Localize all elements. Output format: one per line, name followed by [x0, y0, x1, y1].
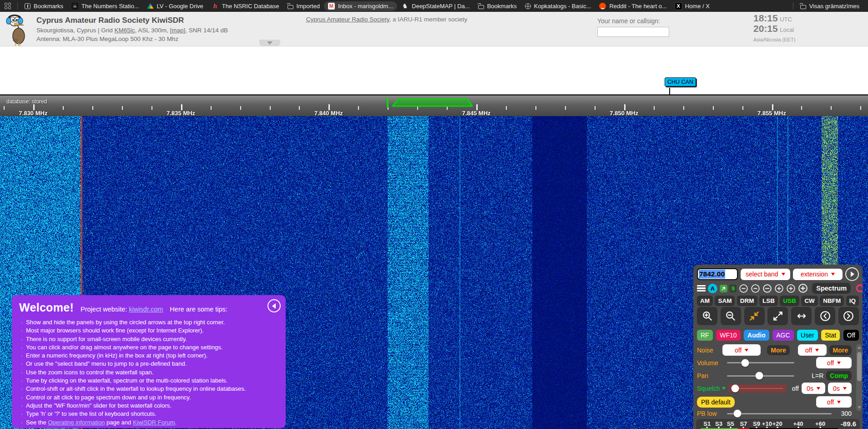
- s-meter-tick-label: S9: [753, 420, 760, 427]
- zoom-in-button[interactable]: [697, 307, 717, 325]
- squelch-slider-thumb[interactable]: [731, 384, 739, 392]
- all-bookmarks-button[interactable]: Visas grāmatzīmes: [796, 1, 863, 11]
- bookmark-item[interactable]: Imported: [283, 1, 324, 11]
- mode-button[interactable]: LSB: [759, 296, 778, 306]
- panel-tab[interactable]: WF10: [716, 330, 740, 341]
- tip-item: Control or alt click to page spectrum do…: [20, 393, 278, 402]
- squelch-slider[interactable]: [728, 384, 787, 393]
- tips-list: Show and hide the panels by using the ci…: [20, 318, 278, 419]
- tip-item: Most major browsers should work fine (ex…: [20, 327, 278, 335]
- pb-preset-dropdown[interactable]: off: [816, 396, 852, 408]
- bookmark-item[interactable]: Bookmarks: [474, 1, 521, 11]
- tuning-passband-indicator[interactable]: [382, 96, 478, 109]
- bookmark-label: Bookmarks: [487, 3, 517, 10]
- owner-credit-link[interactable]: Cyprus Amateur Radio Society: [306, 16, 389, 23]
- zoom-out-button[interactable]: [721, 307, 741, 325]
- page-up-button[interactable]: [838, 307, 859, 325]
- s-meter-tick-label: +10: [762, 420, 772, 427]
- page-down-button[interactable]: [815, 307, 835, 325]
- mode-button[interactable]: AM: [697, 296, 713, 306]
- zoom-in-half-button[interactable]: [786, 284, 796, 293]
- panel-tab[interactable]: Off: [843, 330, 859, 341]
- select-band-dropdown[interactable]: select band: [741, 269, 790, 280]
- noise-blanker-dropdown[interactable]: off: [722, 344, 761, 356]
- apps-grid-icon[interactable]: [5, 3, 11, 9]
- zoom-in-max-button[interactable]: [798, 283, 808, 293]
- bookmark-favicon: [71, 3, 78, 10]
- panel-scrollbar[interactable]: [856, 344, 862, 411]
- volume-slider-thumb[interactable]: [741, 359, 749, 367]
- kiwisdr-forum-link[interactable]: KiwiSDR Forum: [133, 419, 175, 426]
- mute-timer-dropdown[interactable]: off: [816, 357, 852, 368]
- bookmark-item[interactable]: Kopkatalogs - Basic...: [521, 1, 595, 11]
- zoom-all-out-button[interactable]: [767, 307, 788, 325]
- grid-link[interactable]: KM65lc: [115, 27, 135, 34]
- menu-button[interactable]: [697, 285, 706, 292]
- map-link[interactable]: [map]: [170, 27, 185, 34]
- compression-button[interactable]: Comp: [826, 371, 852, 381]
- bookmark-item[interactable]: The Numbers Statio...: [67, 1, 143, 11]
- squelch-label[interactable]: Squelch: [697, 385, 726, 392]
- squelch-timeout-dropdown[interactable]: 0s: [828, 383, 852, 394]
- bookmark-item[interactable]: DeepStateMAP | Da...: [397, 1, 474, 11]
- bookmark-item[interactable]: Home / X: [671, 1, 714, 11]
- kiwisdr-com-link[interactable]: kiwisdr.com: [129, 306, 163, 313]
- mode-button[interactable]: NBFM: [820, 296, 844, 306]
- bookmark-item[interactable]: Inbox - marisgoldm...: [324, 1, 397, 11]
- chevron-down-icon: [745, 349, 748, 352]
- noise-filter-more-button[interactable]: More: [829, 345, 852, 355]
- callsign-input[interactable]: [597, 27, 669, 37]
- zoom-out-step-button[interactable]: [739, 284, 748, 293]
- header-pull-tab[interactable]: [259, 40, 280, 46]
- mode-button[interactable]: DRM: [737, 296, 757, 306]
- bookmark-label: Reddit - The heart o...: [609, 3, 666, 10]
- s-meter-tick-label: +20: [772, 420, 782, 427]
- passband-widest-button[interactable]: [791, 307, 812, 325]
- scroll-up-icon[interactable]: [858, 346, 861, 349]
- panel-tab[interactable]: Audio: [744, 330, 769, 341]
- pb-low-slider[interactable]: [727, 413, 832, 414]
- pb-default-button[interactable]: PB default: [697, 397, 735, 408]
- mode-button[interactable]: SAM: [715, 296, 735, 306]
- folder-icon: [800, 5, 806, 9]
- bookmark-favicon: [401, 2, 409, 10]
- panel-tab[interactable]: RF: [697, 330, 713, 341]
- mode-button[interactable]: USB: [780, 296, 799, 306]
- pan-slider-thumb[interactable]: [756, 372, 763, 380]
- noise-blanker-more-button[interactable]: More: [767, 345, 789, 355]
- squelch-tail-dropdown[interactable]: 0s: [802, 383, 825, 394]
- page-refresh-icon[interactable]: [855, 283, 863, 294]
- zoom-level-badge: 9: [730, 285, 737, 292]
- scrollbar-thumb[interactable]: [857, 352, 862, 381]
- spectrum-toggle-button[interactable]: Spectrum: [812, 283, 851, 294]
- pb-low-slider-thumb[interactable]: [734, 410, 742, 418]
- extension-start-button[interactable]: [845, 267, 859, 281]
- wf-autoscale-button[interactable]: A: [708, 284, 717, 293]
- pan-slider[interactable]: [727, 375, 794, 377]
- frequency-scale[interactable]: database: stored 7.830 MHz7.835 MHz7.840…: [0, 94, 868, 116]
- panel-tab[interactable]: AGC: [772, 330, 793, 341]
- zoom-to-band-button[interactable]: [744, 307, 765, 325]
- bookmark-item[interactable]: The NSRIC Database: [207, 1, 283, 11]
- welcome-collapse-button[interactable]: [267, 299, 281, 312]
- panel-tab[interactable]: Stat: [821, 330, 840, 341]
- bookmark-favicon: [599, 3, 606, 10]
- zoom-out-max-button[interactable]: [762, 284, 772, 293]
- zoom-in-step-button[interactable]: [774, 284, 784, 293]
- frequency-input[interactable]: 7842.00: [697, 268, 738, 280]
- bookmark-item[interactable]: Bookmarks: [20, 1, 67, 11]
- bookmark-item[interactable]: LV - Google Drive: [143, 1, 207, 11]
- clock-panel: 18:15 UTC 20:15 Local Asia/Nicosia (EET): [753, 14, 822, 44]
- mode-button[interactable]: CW: [801, 296, 818, 306]
- scroll-down-icon[interactable]: [858, 406, 861, 409]
- noise-filter-dropdown[interactable]: off: [798, 344, 827, 356]
- wf-slew-button[interactable]: [720, 285, 727, 292]
- zoom-out-half-button[interactable]: [751, 284, 760, 293]
- extension-dropdown[interactable]: extension: [793, 269, 843, 280]
- operating-information-link[interactable]: Operating information: [48, 419, 105, 426]
- station-label-chu-can[interactable]: CHU CAN: [665, 77, 696, 87]
- mode-button[interactable]: IQ: [846, 296, 859, 306]
- panel-tab[interactable]: User: [797, 330, 818, 341]
- volume-slider[interactable]: [727, 362, 794, 363]
- bookmark-item[interactable]: Reddit - The heart o...: [595, 1, 671, 11]
